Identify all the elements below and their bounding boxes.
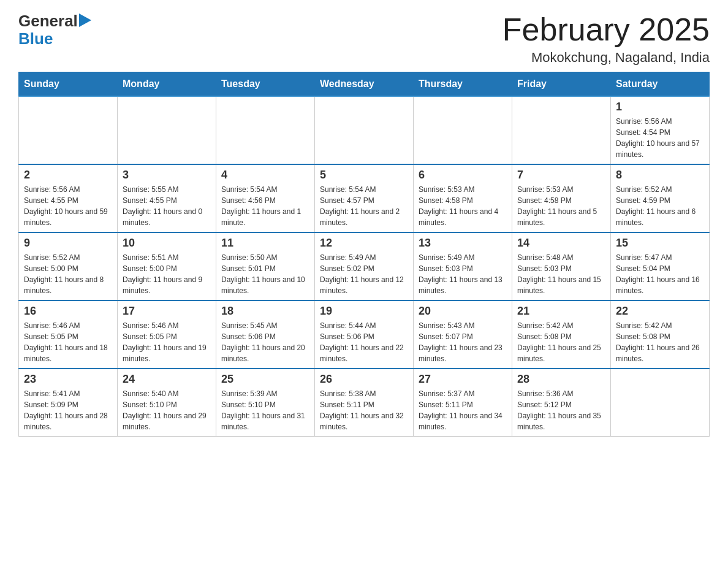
day-number: 2 <box>24 169 112 182</box>
calendar-cell <box>512 96 611 164</box>
day-info: Sunrise: 5:44 AMSunset: 5:06 PMDaylight:… <box>320 320 408 364</box>
calendar-week-5: 23Sunrise: 5:41 AMSunset: 5:09 PMDayligh… <box>19 369 710 437</box>
header-tuesday: Tuesday <box>216 72 315 97</box>
day-number: 27 <box>419 373 507 386</box>
day-info: Sunrise: 5:47 AMSunset: 5:04 PMDaylight:… <box>616 252 704 296</box>
title-section: February 2025 Mokokchung, Nagaland, Indi… <box>502 12 710 66</box>
day-info: Sunrise: 5:52 AMSunset: 4:59 PMDaylight:… <box>616 184 704 228</box>
day-number: 1 <box>616 101 704 113</box>
calendar-cell <box>118 96 216 164</box>
header-wednesday: Wednesday <box>315 72 414 97</box>
logo-triangle-icon <box>79 13 91 27</box>
day-number: 22 <box>616 305 704 318</box>
header-thursday: Thursday <box>414 72 512 97</box>
calendar-cell <box>611 369 710 437</box>
month-title: February 2025 <box>502 12 710 47</box>
day-number: 15 <box>616 237 704 250</box>
day-number: 23 <box>24 373 112 386</box>
calendar-cell: 13Sunrise: 5:49 AMSunset: 5:03 PMDayligh… <box>414 232 512 301</box>
calendar-cell <box>315 96 414 164</box>
day-number: 18 <box>221 305 309 318</box>
calendar-cell: 27Sunrise: 5:37 AMSunset: 5:11 PMDayligh… <box>414 369 512 437</box>
svg-marker-0 <box>79 13 91 27</box>
day-number: 10 <box>123 237 211 250</box>
day-number: 21 <box>517 305 605 318</box>
day-number: 20 <box>419 305 507 318</box>
day-number: 13 <box>419 237 507 250</box>
day-info: Sunrise: 5:37 AMSunset: 5:11 PMDaylight:… <box>419 388 507 432</box>
calendar-cell: 14Sunrise: 5:48 AMSunset: 5:03 PMDayligh… <box>512 232 611 301</box>
calendar-cell <box>216 96 315 164</box>
day-info: Sunrise: 5:55 AMSunset: 4:55 PMDaylight:… <box>123 184 211 228</box>
day-number: 24 <box>123 373 211 386</box>
day-number: 9 <box>24 237 112 250</box>
day-number: 8 <box>616 169 704 182</box>
calendar-cell: 4Sunrise: 5:54 AMSunset: 4:56 PMDaylight… <box>216 164 315 232</box>
header-sunday: Sunday <box>19 72 118 97</box>
calendar-cell: 16Sunrise: 5:46 AMSunset: 5:05 PMDayligh… <box>19 301 118 369</box>
calendar-cell: 7Sunrise: 5:53 AMSunset: 4:58 PMDaylight… <box>512 164 611 232</box>
calendar-cell: 9Sunrise: 5:52 AMSunset: 5:00 PMDaylight… <box>19 232 118 301</box>
day-info: Sunrise: 5:48 AMSunset: 5:03 PMDaylight:… <box>517 252 605 296</box>
calendar-cell: 28Sunrise: 5:36 AMSunset: 5:12 PMDayligh… <box>512 369 611 437</box>
calendar-week-2: 2Sunrise: 5:56 AMSunset: 4:55 PMDaylight… <box>19 164 710 232</box>
calendar-cell: 18Sunrise: 5:45 AMSunset: 5:06 PMDayligh… <box>216 301 315 369</box>
day-info: Sunrise: 5:50 AMSunset: 5:01 PMDaylight:… <box>221 252 309 296</box>
day-info: Sunrise: 5:54 AMSunset: 4:57 PMDaylight:… <box>320 184 408 228</box>
day-number: 3 <box>123 169 211 182</box>
day-number: 4 <box>221 169 309 182</box>
day-info: Sunrise: 5:49 AMSunset: 5:03 PMDaylight:… <box>419 252 507 296</box>
calendar-cell: 26Sunrise: 5:38 AMSunset: 5:11 PMDayligh… <box>315 369 414 437</box>
day-info: Sunrise: 5:54 AMSunset: 4:56 PMDaylight:… <box>221 184 309 228</box>
calendar-table: Sunday Monday Tuesday Wednesday Thursday… <box>18 72 710 437</box>
day-info: Sunrise: 5:53 AMSunset: 4:58 PMDaylight:… <box>517 184 605 228</box>
day-info: Sunrise: 5:53 AMSunset: 4:58 PMDaylight:… <box>419 184 507 228</box>
day-info: Sunrise: 5:41 AMSunset: 5:09 PMDaylight:… <box>24 388 112 432</box>
day-number: 26 <box>320 373 408 386</box>
day-number: 14 <box>517 237 605 250</box>
calendar-cell: 12Sunrise: 5:49 AMSunset: 5:02 PMDayligh… <box>315 232 414 301</box>
day-number: 28 <box>517 373 605 386</box>
logo-text-blue: Blue <box>18 30 53 48</box>
day-info: Sunrise: 5:36 AMSunset: 5:12 PMDaylight:… <box>517 388 605 432</box>
calendar-cell: 17Sunrise: 5:46 AMSunset: 5:05 PMDayligh… <box>118 301 216 369</box>
calendar-cell: 2Sunrise: 5:56 AMSunset: 4:55 PMDaylight… <box>19 164 118 232</box>
day-number: 7 <box>517 169 605 182</box>
calendar-cell: 3Sunrise: 5:55 AMSunset: 4:55 PMDaylight… <box>118 164 216 232</box>
logo-text-general: General <box>18 12 78 30</box>
calendar-week-4: 16Sunrise: 5:46 AMSunset: 5:05 PMDayligh… <box>19 301 710 369</box>
calendar-cell: 10Sunrise: 5:51 AMSunset: 5:00 PMDayligh… <box>118 232 216 301</box>
calendar-cell: 1Sunrise: 5:56 AMSunset: 4:54 PMDaylight… <box>611 96 710 164</box>
page-header: General Blue February 2025 Mokokchung, N… <box>18 12 710 66</box>
calendar-week-3: 9Sunrise: 5:52 AMSunset: 5:00 PMDaylight… <box>19 232 710 301</box>
day-info: Sunrise: 5:42 AMSunset: 5:08 PMDaylight:… <box>616 320 704 364</box>
calendar-cell <box>19 96 118 164</box>
header-monday: Monday <box>118 72 216 97</box>
calendar-cell: 22Sunrise: 5:42 AMSunset: 5:08 PMDayligh… <box>611 301 710 369</box>
day-info: Sunrise: 5:56 AMSunset: 4:54 PMDaylight:… <box>616 116 704 160</box>
day-info: Sunrise: 5:52 AMSunset: 5:00 PMDaylight:… <box>24 252 112 296</box>
day-info: Sunrise: 5:45 AMSunset: 5:06 PMDaylight:… <box>221 320 309 364</box>
calendar-cell: 21Sunrise: 5:42 AMSunset: 5:08 PMDayligh… <box>512 301 611 369</box>
day-info: Sunrise: 5:42 AMSunset: 5:08 PMDaylight:… <box>517 320 605 364</box>
day-number: 6 <box>419 169 507 182</box>
calendar-cell: 11Sunrise: 5:50 AMSunset: 5:01 PMDayligh… <box>216 232 315 301</box>
day-number: 11 <box>221 237 309 250</box>
day-number: 25 <box>221 373 309 386</box>
calendar-cell: 23Sunrise: 5:41 AMSunset: 5:09 PMDayligh… <box>19 369 118 437</box>
calendar-cell: 8Sunrise: 5:52 AMSunset: 4:59 PMDaylight… <box>611 164 710 232</box>
calendar-cell <box>414 96 512 164</box>
day-number: 16 <box>24 305 112 318</box>
day-info: Sunrise: 5:46 AMSunset: 5:05 PMDaylight:… <box>24 320 112 364</box>
calendar-cell: 5Sunrise: 5:54 AMSunset: 4:57 PMDaylight… <box>315 164 414 232</box>
day-info: Sunrise: 5:43 AMSunset: 5:07 PMDaylight:… <box>419 320 507 364</box>
calendar-cell: 15Sunrise: 5:47 AMSunset: 5:04 PMDayligh… <box>611 232 710 301</box>
calendar-week-1: 1Sunrise: 5:56 AMSunset: 4:54 PMDaylight… <box>19 96 710 164</box>
day-number: 5 <box>320 169 408 182</box>
calendar-cell: 6Sunrise: 5:53 AMSunset: 4:58 PMDaylight… <box>414 164 512 232</box>
day-info: Sunrise: 5:46 AMSunset: 5:05 PMDaylight:… <box>123 320 211 364</box>
header-row: Sunday Monday Tuesday Wednesday Thursday… <box>19 72 710 97</box>
day-info: Sunrise: 5:56 AMSunset: 4:55 PMDaylight:… <box>24 184 112 228</box>
calendar-cell: 20Sunrise: 5:43 AMSunset: 5:07 PMDayligh… <box>414 301 512 369</box>
day-info: Sunrise: 5:51 AMSunset: 5:00 PMDaylight:… <box>123 252 211 296</box>
